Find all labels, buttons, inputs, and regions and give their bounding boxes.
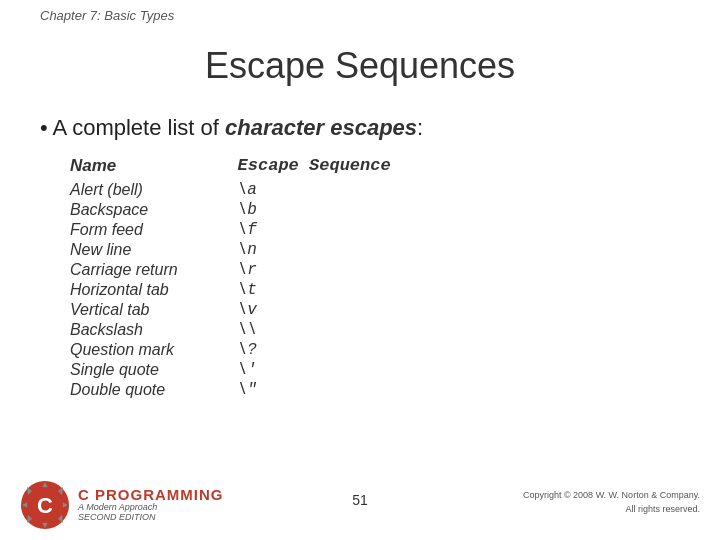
copyright-line2: All rights reserved. <box>625 504 700 514</box>
table-row: Carriage return\r <box>70 260 391 280</box>
logo-area: C C PROGRAMMING A Modern Approach SECOND… <box>20 480 224 530</box>
escape-sequence: \t <box>238 280 391 300</box>
escape-name: Double quote <box>70 380 238 400</box>
col-header-name: Name <box>70 155 238 180</box>
footer: C C PROGRAMMING A Modern Approach SECOND… <box>0 480 720 530</box>
table-row: Alert (bell)\a <box>70 180 391 200</box>
table-row: Horizontal tab\t <box>70 280 391 300</box>
bullet-intro-highlight: character escapes <box>225 115 417 140</box>
table-row: New line\n <box>70 240 391 260</box>
escape-sequence: \f <box>238 220 391 240</box>
table-row: Single quote\' <box>70 360 391 380</box>
escape-name: Single quote <box>70 360 238 380</box>
logo-text: C PROGRAMMING A Modern Approach SECOND E… <box>78 487 224 523</box>
table-row: Backspace\b <box>70 200 391 220</box>
escape-sequence: \a <box>238 180 391 200</box>
chapter-label: Chapter 7: Basic Types <box>40 8 174 23</box>
escape-sequence: \n <box>238 240 391 260</box>
svg-text:C: C <box>37 493 53 518</box>
escape-name: Question mark <box>70 340 238 360</box>
escape-name: Form feed <box>70 220 238 240</box>
escape-name: Carriage return <box>70 260 238 280</box>
escape-table: Name Escape Sequence Alert (bell)\aBacks… <box>70 155 391 400</box>
escape-sequence: \v <box>238 300 391 320</box>
escape-sequence: \\ <box>238 320 391 340</box>
table-row: Vertical tab\v <box>70 300 391 320</box>
table-row: Form feed\f <box>70 220 391 240</box>
escape-table-body: Alert (bell)\aBackspace\bForm feed\fNew … <box>70 180 391 400</box>
logo-edition: SECOND EDITION <box>78 513 224 523</box>
escape-sequence: \r <box>238 260 391 280</box>
copyright-line1: Copyright © 2008 W. W. Norton & Company. <box>523 490 700 500</box>
escape-name: Vertical tab <box>70 300 238 320</box>
logo-title: C PROGRAMMING <box>78 487 224 504</box>
escape-name: Backspace <box>70 200 238 220</box>
escape-sequence: \? <box>238 340 391 360</box>
table-row: Backslash\\ <box>70 320 391 340</box>
bullet-intro-plain: A complete list of <box>53 115 225 140</box>
bullet-intro-end: : <box>417 115 423 140</box>
table-row: Question mark\? <box>70 340 391 360</box>
escape-name: Backslash <box>70 320 238 340</box>
table-row: Double quote\" <box>70 380 391 400</box>
copyright: Copyright © 2008 W. W. Norton & Company.… <box>523 489 700 516</box>
escape-name: Horizontal tab <box>70 280 238 300</box>
escape-name: Alert (bell) <box>70 180 238 200</box>
slide-title: Escape Sequences <box>0 45 720 97</box>
col-header-sequence: Escape Sequence <box>238 155 391 180</box>
escape-name: New line <box>70 240 238 260</box>
table-header-row: Name Escape Sequence <box>70 155 391 180</box>
escape-sequence: \b <box>238 200 391 220</box>
escape-sequence: \' <box>238 360 391 380</box>
page-number: 51 <box>352 492 368 508</box>
logo-icon: C <box>20 480 70 530</box>
escape-sequence: \" <box>238 380 391 400</box>
bullet-intro: • A complete list of character escapes: <box>40 115 680 141</box>
bullet-section: • A complete list of character escapes: … <box>40 115 680 400</box>
